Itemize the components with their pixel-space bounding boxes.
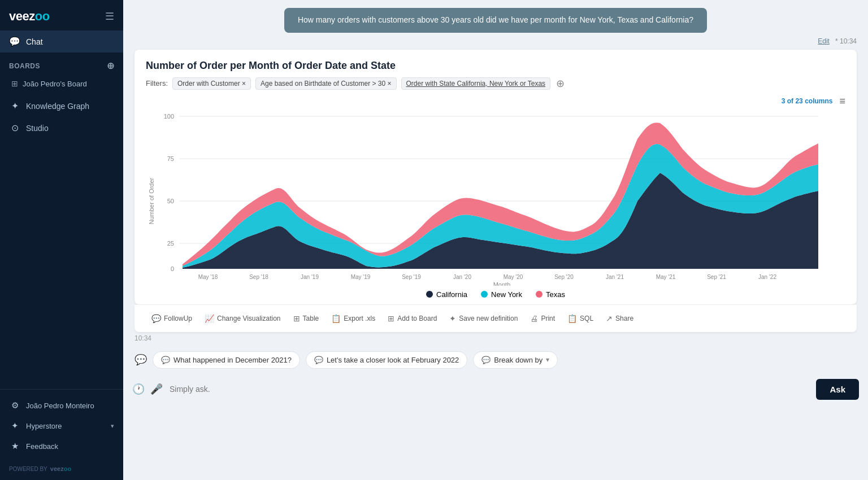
sidebar: veezoo ☰ 💬 Chat Boards ⊕ ⊞ João Pedro's … (0, 0, 123, 480)
user-name-label: João Pedro Monteiro (26, 402, 94, 410)
svg-text:May '18: May '18 (198, 274, 218, 280)
history-icon[interactable]: 🕐 (132, 383, 145, 395)
suggestion-chip-1[interactable]: 💬 What happened in December 2021? (153, 351, 300, 369)
suggestion-label-3: Break down by (494, 356, 542, 364)
sidebar-item-feedback[interactable]: ★ Feedback (0, 436, 123, 456)
suggestions-icon: 💬 (134, 354, 147, 366)
filters-label: Filters: (146, 79, 168, 88)
add-board-btn-icon: ⊞ (388, 314, 394, 323)
table-icon: ⊞ (293, 314, 300, 323)
print-icon: 🖨 (530, 314, 538, 323)
filters-row: Filters: Order with Customer × Age based… (146, 77, 845, 90)
sidebar-header: veezoo ☰ (0, 0, 123, 30)
svg-text:Sep '21: Sep '21 (707, 274, 726, 280)
message-timestamp: * 10:34 (835, 37, 857, 45)
sidebar-item-hyperstore[interactable]: ✦ Hyperstore ▾ (0, 416, 123, 436)
chat-icon: 💬 (9, 36, 20, 47)
followup-label: FollowUp (164, 315, 192, 322)
table-button[interactable]: ⊞ Table (288, 311, 325, 326)
knowledge-graph-icon: ✦ (9, 101, 20, 111)
svg-text:Sep '19: Sep '19 (402, 274, 421, 280)
hamburger-icon[interactable]: ☰ (105, 10, 114, 23)
change-viz-button[interactable]: 📈 Change Visualization (199, 311, 287, 326)
legend-texas: Texas (536, 290, 565, 299)
add-board-icon[interactable]: ⊕ (107, 60, 115, 71)
sidebar-item-knowledge-graph[interactable]: ✦ Knowledge Graph (0, 95, 123, 117)
chart-card: Number of Order per Month of Order Date … (134, 50, 857, 304)
svg-text:100: 100 (164, 113, 174, 120)
user-settings-icon: ⚙ (9, 400, 20, 411)
chart-wrapper: 100 75 50 25 0 Number of Order May '18 S… (146, 111, 845, 286)
suggestion-label-2: Let's take a closer look at February 202… (327, 356, 459, 364)
export-label: Export .xls (344, 315, 375, 322)
filter-tag-3[interactable]: Order with State California, New York or… (401, 77, 551, 90)
boards-header: Boards ⊕ (0, 57, 123, 75)
table-label: Table (303, 315, 319, 322)
followup-button[interactable]: 💬 FollowUp (146, 311, 198, 326)
legend-new-york: New York (481, 290, 522, 299)
suggestion-chip-3[interactable]: 💬 Break down by ▾ (473, 351, 558, 369)
add-filter-icon[interactable]: ⊕ (556, 77, 565, 90)
edit-link[interactable]: Edit (818, 37, 830, 45)
sidebar-item-joao-board[interactable]: ⊞ João Pedro's Board (0, 75, 123, 93)
print-button[interactable]: 🖨 Print (524, 311, 561, 326)
chip-icon-2: 💬 (314, 356, 323, 364)
studio-icon: ⊙ (9, 123, 20, 133)
add-board-button[interactable]: ⊞ Add to Board (382, 311, 442, 326)
sidebar-item-studio-label: Studio (26, 124, 49, 133)
suggestion-chip-2[interactable]: 💬 Let's take a closer look at February 2… (306, 351, 467, 369)
save-def-icon: ✦ (449, 314, 456, 323)
chart-timestamp: 10:34 (134, 334, 151, 342)
hyperstore-label: Hyperstore (26, 422, 62, 430)
print-label: Print (541, 315, 555, 322)
question-bubble: How many orders with customers above 30 … (284, 8, 707, 33)
change-viz-icon: 📈 (205, 314, 214, 323)
add-board-label: Add to Board (397, 315, 437, 322)
change-viz-label: Change Visualization (217, 315, 281, 322)
svg-text:May '19: May '19 (351, 274, 371, 280)
followup-icon: 💬 (151, 314, 161, 323)
save-def-label: Save new definition (459, 315, 518, 322)
board-grid-icon: ⊞ (11, 79, 18, 88)
filter-tag-2[interactable]: Age based on Birthdate of Customer > 30 … (255, 77, 396, 90)
sql-icon: 📋 (567, 314, 577, 323)
sidebar-item-kg-label: Knowledge Graph (26, 102, 89, 111)
ask-button[interactable]: Ask (816, 379, 859, 400)
microphone-icon[interactable]: 🎤 (150, 383, 163, 395)
export-button[interactable]: 📋 Export .xls (326, 311, 381, 326)
powered-by-text: POWERED BY (9, 466, 47, 472)
main-content: How many orders with customers above 30 … (123, 0, 868, 480)
share-icon: ↗ (606, 314, 613, 323)
columns-indicator[interactable]: 3 of 23 columns (782, 97, 833, 105)
hyperstore-icon: ✦ (9, 421, 20, 431)
logo: veezoo (9, 9, 50, 24)
save-def-button[interactable]: ✦ Save new definition (444, 311, 523, 326)
chip-icon-1: 💬 (161, 356, 170, 364)
ask-bar: 🕐 🎤 Ask (123, 373, 868, 407)
chart-menu-icon[interactable]: ≡ (839, 95, 845, 107)
sql-button[interactable]: 📋 SQL (562, 311, 599, 326)
svg-text:May '20: May '20 (504, 274, 523, 280)
hyperstore-chevron-icon: ▾ (111, 422, 114, 430)
share-button[interactable]: ↗ Share (600, 311, 639, 326)
svg-text:May '21: May '21 (656, 274, 676, 280)
filter-tag-1[interactable]: Order with Customer × (172, 77, 251, 90)
feedback-icon: ★ (9, 441, 20, 451)
svg-text:Jan '22: Jan '22 (758, 274, 776, 280)
sidebar-item-chat[interactable]: 💬 Chat (0, 30, 123, 53)
sidebar-item-user[interactable]: ⚙ João Pedro Monteiro (0, 395, 123, 416)
sidebar-bottom: ⚙ João Pedro Monteiro ✦ Hyperstore ▾ ★ F… (0, 389, 123, 461)
svg-text:25: 25 (167, 240, 174, 247)
chip-icon-3: 💬 (481, 356, 491, 364)
suggestions-bar: 💬 💬 What happened in December 2021? 💬 Le… (123, 346, 868, 373)
boards-label: Boards (9, 62, 40, 70)
chart-title: Number of Order per Month of Order Date … (146, 60, 845, 72)
sidebar-item-chat-label: Chat (26, 37, 43, 46)
chart-legend: California New York Texas (146, 286, 845, 304)
timestamp-bar: 10:34 (123, 332, 868, 346)
ask-input[interactable] (170, 385, 809, 394)
legend-label-texas: Texas (546, 290, 565, 299)
legend-label-california: California (436, 290, 467, 299)
sidebar-item-studio[interactable]: ⊙ Studio (0, 117, 123, 139)
legend-dot-california (426, 291, 433, 298)
